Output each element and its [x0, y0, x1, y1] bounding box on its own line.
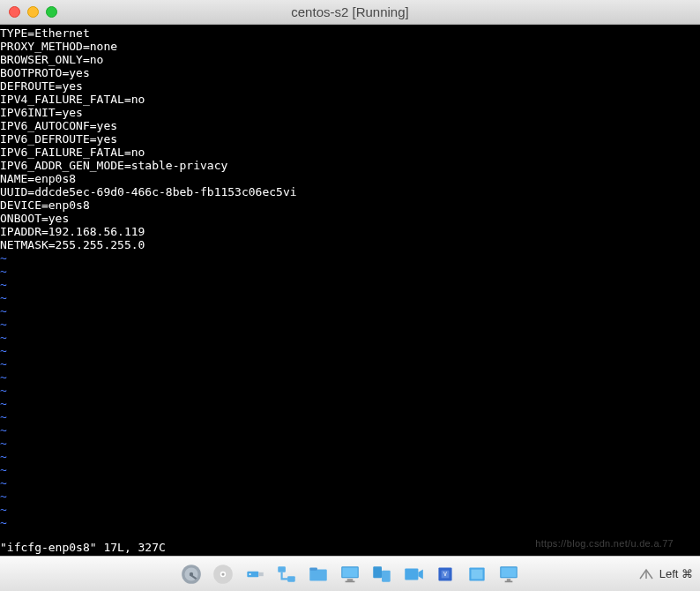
vim-tilde: ~	[0, 490, 700, 503]
svg-rect-20	[405, 568, 418, 580]
vim-tilde: ~	[0, 384, 700, 397]
terminal-line: BOOTPROTO=yes	[0, 66, 700, 79]
terminal-line: IPV6INIT=yes	[0, 106, 700, 119]
vim-tilde: ~	[0, 265, 700, 278]
host-key-indicator: Left ⌘	[638, 567, 693, 580]
svg-rect-12	[309, 569, 327, 580]
recording-icon[interactable]	[400, 561, 427, 587]
vim-tilde: ~	[0, 450, 700, 463]
vim-tilde: ~	[0, 437, 700, 450]
terminal-line: BROWSER_ONLY=no	[0, 53, 700, 66]
terminal-line: IPV6_ADDR_GEN_MODE=stable-privacy	[0, 159, 700, 172]
svg-rect-8	[258, 572, 263, 575]
vim-status-line: "ifcfg-enp0s8" 17L, 327C	[0, 541, 166, 554]
maximize-button[interactable]	[46, 6, 57, 18]
svg-rect-17	[346, 580, 355, 582]
vim-tilde: ~	[0, 503, 700, 516]
svg-rect-27	[501, 567, 516, 577]
network-icon[interactable]	[273, 561, 300, 587]
audio-icon[interactable]	[369, 561, 395, 587]
traffic-lights	[9, 6, 57, 18]
vm-toolbar: V Left ⌘	[0, 556, 700, 591]
terminal-line: IPV6_AUTOCONF=yes	[0, 119, 700, 132]
watermark: https://blog.csdn.net/u.de.a.77	[535, 538, 674, 549]
svg-rect-7	[247, 571, 258, 577]
vim-tilde: ~	[0, 423, 700, 437]
svg-rect-10	[278, 566, 286, 572]
keyboard-icon[interactable]	[495, 561, 522, 587]
svg-point-6	[221, 572, 224, 575]
vim-tilde: ~	[0, 344, 700, 357]
terminal-line: IPADDR=192.168.56.119	[0, 225, 700, 238]
svg-rect-11	[287, 576, 295, 582]
close-button[interactable]	[9, 6, 20, 18]
terminal-line: DEFROUTE=yes	[0, 79, 700, 93]
window-title: centos-s2 [Running]	[9, 4, 691, 19]
vim-tilde: ~	[0, 331, 700, 344]
minimize-button[interactable]	[27, 6, 39, 18]
display-icon[interactable]	[337, 561, 363, 587]
vim-tilde: ~	[0, 370, 700, 384]
vim-tilde: ~	[0, 318, 700, 331]
terminal-line: ONBOOT=yes	[0, 212, 700, 225]
terminal-line: TYPE=Ethernet	[0, 26, 700, 40]
vim-tilde: ~	[0, 278, 700, 291]
usb-icon[interactable]	[242, 561, 268, 587]
host-key-label: Left ⌘	[659, 567, 693, 580]
svg-rect-28	[507, 579, 510, 580]
terminal-line: NAME=enp0s8	[0, 172, 700, 185]
vim-tilde: ~	[0, 291, 700, 304]
svg-rect-29	[505, 580, 513, 582]
svg-rect-16	[347, 579, 354, 580]
shared-folder-icon[interactable]	[305, 561, 331, 587]
vim-tilde: ~	[0, 397, 700, 410]
optical-disc-icon[interactable]	[210, 561, 236, 587]
terminal-line: IPV6_FAILURE_FATAL=no	[0, 146, 700, 159]
mouse-icon[interactable]	[464, 561, 490, 587]
hard-drive-icon[interactable]	[178, 561, 205, 587]
vim-tilde: ~	[0, 304, 700, 318]
terminal-line: UUID=ddcde5ec-69d0-466c-8beb-fb1153c06ec…	[0, 185, 700, 198]
terminal[interactable]: TYPE=EthernetPROXY_METHOD=noneBROWSER_ON…	[0, 25, 700, 556]
svg-rect-25	[472, 569, 483, 579]
vim-tilde: ~	[0, 251, 700, 265]
terminal-line: DEVICE=enp0s8	[0, 198, 700, 212]
vim-tilde: ~	[0, 357, 700, 370]
terminal-line: PROXY_METHOD=none	[0, 40, 700, 53]
titlebar: centos-s2 [Running]	[0, 0, 700, 25]
terminal-line: NETMASK=255.255.255.0	[0, 238, 700, 251]
vim-tilde: ~	[0, 516, 700, 529]
terminal-line: IPV6_DEFROUTE=yes	[0, 132, 700, 146]
vim-tilde: ~	[0, 410, 700, 423]
vim-tilde: ~	[0, 476, 700, 490]
processor-icon[interactable]: V	[432, 561, 458, 587]
terminal-line: IPV4_FAILURE_FATAL=no	[0, 93, 700, 106]
vim-tilde: ~	[0, 463, 700, 476]
svg-point-9	[249, 572, 251, 574]
svg-rect-18	[373, 566, 382, 578]
svg-rect-13	[309, 567, 317, 570]
svg-rect-19	[382, 570, 391, 581]
svg-rect-15	[342, 567, 357, 577]
svg-text:V: V	[443, 571, 447, 578]
